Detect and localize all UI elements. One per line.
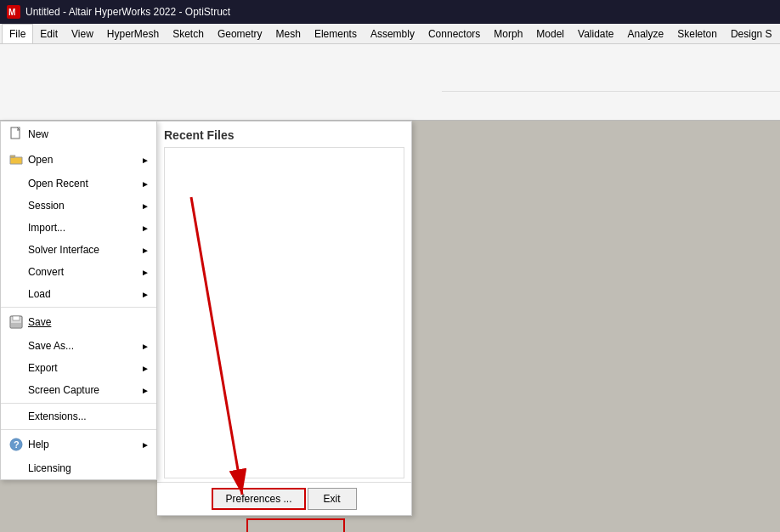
exit-button[interactable]: Exit xyxy=(308,488,357,510)
file-import-item[interactable]: Import... ► xyxy=(1,217,156,239)
import-label: Import... xyxy=(28,222,65,234)
file-extensions-item[interactable]: Extensions... xyxy=(1,405,156,427)
help-label: Help xyxy=(28,439,49,450)
extensions-label: Extensions... xyxy=(28,410,87,422)
content-area: New Open ► Open Recent ► Ses xyxy=(0,121,780,532)
screen-capture-label: Screen Capture xyxy=(28,384,99,396)
altair-logo-icon: M xyxy=(7,5,20,19)
title-bar: M Untitled - Altair HyperWorks 2022 - Op… xyxy=(0,0,780,24)
menu-elements[interactable]: Elements xyxy=(308,24,364,43)
menu-file[interactable]: File xyxy=(2,24,33,43)
title-text: Untitled - Altair HyperWorks 2022 - Opti… xyxy=(25,6,230,18)
screen-capture-arrow: ► xyxy=(141,386,150,395)
file-load-item[interactable]: Load ► xyxy=(1,283,156,305)
menu-model[interactable]: Model xyxy=(529,24,571,43)
preferences-highlight-box xyxy=(246,518,345,532)
recent-files-panel: Recent Files Preferences ... Exit xyxy=(157,121,412,516)
export-arrow: ► xyxy=(141,364,150,373)
file-open-recent-item[interactable]: Open Recent ► xyxy=(1,173,156,195)
help-arrow: ► xyxy=(141,440,150,450)
recent-files-list xyxy=(164,147,404,478)
menu-validate[interactable]: Validate xyxy=(571,24,620,43)
separator-1 xyxy=(1,307,156,308)
menu-mesh[interactable]: Mesh xyxy=(269,24,308,43)
menu-bar: File Edit View HyperMesh Sketch Geometry… xyxy=(0,24,780,44)
menu-connectors[interactable]: Connectors xyxy=(421,24,487,43)
new-label: New xyxy=(28,128,48,140)
licensing-label: Licensing xyxy=(28,462,71,474)
solver-interface-arrow: ► xyxy=(141,246,150,255)
open-recent-label: Open Recent xyxy=(28,178,88,190)
session-label: Session xyxy=(28,200,65,212)
new-doc-icon xyxy=(8,126,25,143)
menu-edit[interactable]: Edit xyxy=(33,24,65,43)
solver-interface-label: Solver Interface xyxy=(28,244,99,256)
menu-sketch[interactable]: Sketch xyxy=(166,24,211,43)
recent-files-title: Recent Files xyxy=(164,128,404,142)
menu-morph[interactable]: Morph xyxy=(487,24,529,43)
menu-analyze[interactable]: Analyze xyxy=(621,24,671,43)
save-label: Save xyxy=(28,316,51,328)
save-icon xyxy=(8,314,25,331)
svg-rect-41 xyxy=(11,323,21,327)
svg-text:?: ? xyxy=(14,439,20,450)
open-recent-arrow: ► xyxy=(141,179,150,189)
preferences-button[interactable]: Preferences ... xyxy=(212,488,305,510)
session-arrow: ► xyxy=(141,201,150,211)
help-icon: ? xyxy=(8,436,25,453)
menu-design-s[interactable]: Design S xyxy=(724,24,779,43)
save-as-arrow: ► xyxy=(141,342,150,351)
ribbon-area: Intersect Points/Lines xyxy=(0,44,780,121)
load-arrow: ► xyxy=(141,290,150,299)
file-licensing-item[interactable]: Licensing xyxy=(1,457,156,479)
file-convert-item[interactable]: Convert ► xyxy=(1,261,156,283)
menu-geometry[interactable]: Geometry xyxy=(211,24,269,43)
convert-arrow: ► xyxy=(141,268,150,277)
file-save-item[interactable]: Save xyxy=(1,309,156,335)
menu-hypermesh[interactable]: HyperMesh xyxy=(100,24,166,43)
save-as-label: Save As... xyxy=(28,340,74,352)
create-group-label: Create xyxy=(442,91,780,103)
load-label: Load xyxy=(28,288,51,300)
menu-view[interactable]: View xyxy=(65,24,100,43)
import-arrow: ► xyxy=(141,224,150,233)
app-layout: M Untitled - Altair HyperWorks 2022 - Op… xyxy=(0,0,780,532)
file-help-item[interactable]: ? Help ► xyxy=(1,432,156,457)
file-export-item[interactable]: Export ► xyxy=(1,357,156,379)
ribbon-create-group: Intersect Points/Lines xyxy=(0,44,780,103)
file-open-item[interactable]: Open ► xyxy=(1,147,156,173)
file-dropdown-menu: New Open ► Open Recent ► Ses xyxy=(0,121,157,480)
menu-skeleton[interactable]: Skeleton xyxy=(670,24,724,43)
file-session-item[interactable]: Session ► xyxy=(1,195,156,217)
file-save-as-item[interactable]: Save As... ► xyxy=(1,335,156,357)
menu-assembly[interactable]: Assembly xyxy=(364,24,421,43)
svg-rect-40 xyxy=(13,316,20,320)
separator-2 xyxy=(1,403,156,404)
export-label: Export xyxy=(28,362,58,374)
svg-text:M: M xyxy=(8,8,15,17)
file-new-item[interactable]: New xyxy=(1,122,156,147)
folder-icon xyxy=(8,151,25,168)
open-label: Open xyxy=(28,154,53,166)
convert-label: Convert xyxy=(28,266,64,278)
separator-3 xyxy=(1,429,156,430)
open-arrow: ► xyxy=(141,156,150,165)
file-solver-interface-item[interactable]: Solver Interface ► xyxy=(1,239,156,261)
file-screen-capture-item[interactable]: Screen Capture ► xyxy=(1,379,156,401)
